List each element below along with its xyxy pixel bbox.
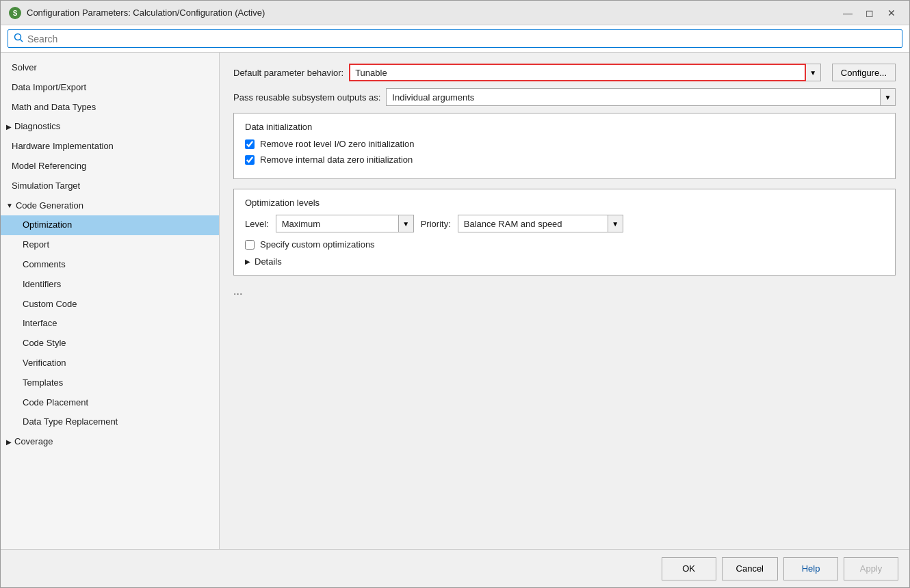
configure-button[interactable]: Configure... xyxy=(832,64,896,81)
specify-checkbox[interactable] xyxy=(245,240,255,250)
details-row[interactable]: Details xyxy=(245,256,884,267)
details-triangle xyxy=(245,258,250,265)
optimization-section: Optimization levels Level: Maximum ▼ Pri… xyxy=(233,189,896,276)
right-panel: Default parameter behavior: Tunable ▼ Co… xyxy=(220,53,909,549)
checkbox-row-2: Remove internal data zero initialization xyxy=(245,155,884,165)
svg-text:S: S xyxy=(13,10,18,17)
sidebar-item-templates[interactable]: Templates xyxy=(1,373,219,393)
ellipsis-text: ... xyxy=(233,285,896,297)
priority-dropdown-btn[interactable]: ▼ xyxy=(608,215,623,232)
remove-root-checkbox[interactable] xyxy=(245,139,255,149)
default-param-row: Default parameter behavior: Tunable ▼ Co… xyxy=(233,64,896,81)
code-generation-triangle xyxy=(6,200,13,211)
window-controls: — ◻ ✕ xyxy=(838,5,901,21)
search-wrapper xyxy=(8,29,902,48)
data-init-title: Data initialization xyxy=(245,122,884,132)
sidebar-item-diagnostics-label: Diagnostics xyxy=(14,120,60,134)
sidebar-group-coverage[interactable]: Coverage xyxy=(1,432,219,452)
specify-label: Specify custom optimizations xyxy=(260,239,375,250)
sidebar-item-math-data-types[interactable]: Math and Data Types xyxy=(1,98,219,118)
default-param-dropdown-btn[interactable]: ▼ xyxy=(806,64,821,81)
pass-reusable-row: Pass reusable subsystem outputs as: Indi… xyxy=(233,88,896,106)
apply-button[interactable]: Apply xyxy=(844,557,898,580)
title-bar-left: S Configuration Parameters: Calculation/… xyxy=(9,7,265,19)
main-content: Solver Data Import/Export Math and Data … xyxy=(1,53,909,549)
priority-dropdown-wrapper: Balance RAM and speed ▼ xyxy=(458,215,623,232)
remove-root-label: Remove root level I/O zero initializatio… xyxy=(260,139,414,149)
sidebar-item-verification[interactable]: Verification xyxy=(1,353,219,373)
pass-reusable-dropdown-wrapper: Individual arguments ▼ xyxy=(386,88,896,106)
window-title: Configuration Parameters: Calculation/Co… xyxy=(27,8,265,18)
sidebar-item-simulation-target[interactable]: Simulation Target xyxy=(1,176,219,196)
specify-row: Specify custom optimizations xyxy=(245,239,884,250)
level-dropdown-btn[interactable]: ▼ xyxy=(399,215,414,232)
sidebar-item-hardware-implementation[interactable]: Hardware Implementation xyxy=(1,137,219,157)
checkbox-row-1: Remove root level I/O zero initializatio… xyxy=(245,139,884,149)
level-row: Level: Maximum ▼ Priority: Balance RAM a… xyxy=(245,215,884,232)
sidebar-item-code-style[interactable]: Code Style xyxy=(1,334,219,353)
optimization-title: Optimization levels xyxy=(245,198,884,208)
sidebar-item-data-import-export[interactable]: Data Import/Export xyxy=(1,78,219,98)
main-window: S Configuration Parameters: Calculation/… xyxy=(0,0,910,588)
sidebar-item-interface[interactable]: Interface xyxy=(1,314,219,334)
sidebar-item-code-placement[interactable]: Code Placement xyxy=(1,393,219,413)
sidebar-group-diagnostics[interactable]: Diagnostics xyxy=(1,117,219,137)
sidebar-item-custom-code[interactable]: Custom Code xyxy=(1,295,219,315)
footer: OK Cancel Help Apply xyxy=(1,549,909,587)
search-bar xyxy=(1,25,909,53)
pass-reusable-label: Pass reusable subsystem outputs as: xyxy=(233,92,380,103)
data-init-section: Data initialization Remove root level I/… xyxy=(233,113,896,179)
svg-point-2 xyxy=(15,34,21,40)
pass-reusable-value[interactable]: Individual arguments xyxy=(386,88,881,106)
search-icon xyxy=(14,33,23,44)
level-label: Level: xyxy=(245,219,269,229)
pass-reusable-dropdown-btn[interactable]: ▼ xyxy=(881,88,896,106)
default-param-dropdown-wrapper: Tunable ▼ xyxy=(349,64,821,81)
priority-value[interactable]: Balance RAM and speed xyxy=(458,215,608,232)
sidebar-item-identifiers[interactable]: Identifiers xyxy=(1,275,219,295)
minimize-button[interactable]: — xyxy=(838,5,857,21)
svg-line-3 xyxy=(21,40,23,42)
coverage-triangle xyxy=(6,437,12,448)
ok-button[interactable]: OK xyxy=(662,557,716,580)
sidebar: Solver Data Import/Export Math and Data … xyxy=(1,53,220,549)
sidebar-item-report[interactable]: Report xyxy=(1,235,219,255)
level-dropdown-wrapper: Maximum ▼ xyxy=(276,215,414,232)
maximize-button[interactable]: ◻ xyxy=(860,5,879,21)
title-bar: S Configuration Parameters: Calculation/… xyxy=(1,1,909,25)
details-label: Details xyxy=(255,256,282,267)
sidebar-item-optimization[interactable]: Optimization xyxy=(1,215,219,235)
remove-internal-checkbox[interactable] xyxy=(245,155,255,165)
sidebar-item-comments[interactable]: Comments xyxy=(1,255,219,275)
sidebar-item-solver[interactable]: Solver xyxy=(1,58,219,78)
app-icon: S xyxy=(9,7,21,19)
sidebar-item-data-type-replacement[interactable]: Data Type Replacement xyxy=(1,412,219,432)
default-param-label: Default parameter behavior: xyxy=(233,68,343,78)
help-button[interactable]: Help xyxy=(783,557,838,580)
default-param-value[interactable]: Tunable xyxy=(349,64,806,81)
close-button[interactable]: ✕ xyxy=(882,5,901,21)
cancel-button[interactable]: Cancel xyxy=(722,557,778,580)
remove-internal-label: Remove internal data zero initialization xyxy=(260,155,413,165)
sidebar-group-code-generation[interactable]: Code Generation xyxy=(1,196,219,216)
diagnostics-triangle xyxy=(6,122,12,133)
level-value[interactable]: Maximum xyxy=(276,215,399,232)
search-input[interactable] xyxy=(27,34,896,44)
sidebar-item-coverage-label: Coverage xyxy=(14,435,53,449)
sidebar-item-code-generation-label: Code Generation xyxy=(16,199,83,213)
sidebar-item-model-referencing[interactable]: Model Referencing xyxy=(1,157,219,176)
priority-label: Priority: xyxy=(421,219,451,229)
